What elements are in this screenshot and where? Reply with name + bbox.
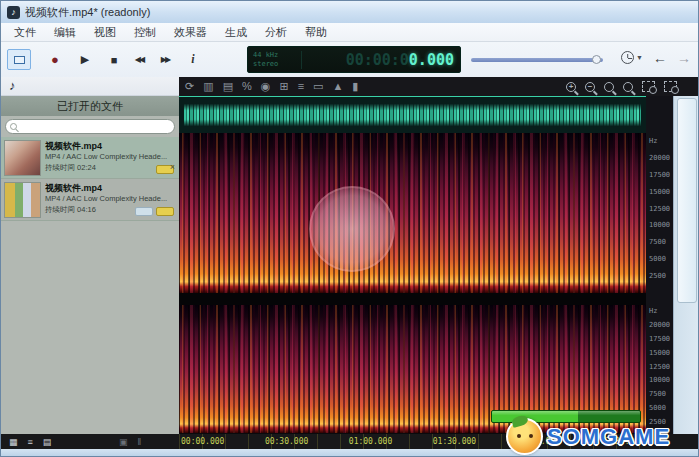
zoom-fit-icon[interactable] — [604, 82, 614, 92]
frequency-label: 10000 — [649, 222, 670, 229]
frequency-label: 10000 — [649, 377, 670, 384]
navigate-back-button[interactable]: ← — [653, 50, 667, 66]
selection-tool-button[interactable] — [7, 49, 31, 70]
status-icon[interactable]: ▣ — [119, 437, 128, 447]
menu-item[interactable]: 分析 — [256, 23, 296, 42]
editor-main-area: Hz2000017500150001250010000750050002500 … — [179, 96, 699, 434]
sample-rate: 44 kHz — [253, 51, 301, 60]
menu-item[interactable]: 编辑 — [45, 23, 85, 42]
spec-toolbar-icon[interactable]: ⟳ — [185, 81, 194, 92]
tag-badge — [156, 207, 174, 216]
search-icon — [10, 123, 17, 130]
frequency-label: 5000 — [649, 405, 670, 412]
file-list-item[interactable]: 视频软件.mp4 MP4 / AAC Low Complexity Heade.… — [1, 179, 179, 221]
forward-button[interactable]: ▶▶ — [153, 49, 177, 70]
navigate-forward-button[interactable]: → — [677, 50, 691, 66]
frequency-axis: Hz2000017500150001250010000750050002500 … — [646, 96, 673, 434]
file-list-item[interactable]: 视频软件.mp4 MP4 / AAC Low Complexity Heade.… — [1, 137, 179, 179]
spec-toolbar-icon[interactable]: ◉ — [261, 81, 271, 92]
file-sidebar: 已打开的文件 视频软件.mp4 MP4 / AAC Low Complexity… — [1, 96, 179, 434]
search-input[interactable] — [17, 122, 174, 132]
menu-item[interactable]: 生成 — [216, 23, 256, 42]
time-display-lcd: 44 kHz stereo 00:00:00.000 — [247, 46, 461, 73]
frequency-label: 17500 — [649, 336, 670, 343]
sidebar-top-strip: ♪ — [1, 77, 179, 96]
menu-item[interactable]: 控制 — [125, 23, 165, 42]
file-title: 视频软件.mp4 — [45, 182, 175, 194]
menu-item[interactable]: 帮助 — [296, 23, 336, 42]
spec-toolbar-icon[interactable]: ≡ — [298, 81, 304, 92]
volume-slider[interactable] — [471, 58, 603, 62]
zoom-selection-vertical-icon[interactable] — [664, 81, 677, 92]
zoom-out-icon[interactable]: − — [585, 82, 595, 92]
spec-toolbar-icon[interactable]: ▮ — [352, 81, 358, 92]
time-label: 00:00.000 — [181, 437, 224, 446]
spectrogram-toolbar: ⟳▥▤%◉⊞≡▭▲▮ + − — [179, 77, 699, 96]
spec-toolbar-icon[interactable]: ▤ — [223, 81, 233, 92]
frequency-label: 2500 — [649, 273, 670, 280]
file-format: MP4 / AAC Low Complexity Heade... — [45, 194, 175, 204]
window-title: 视频软件.mp4* (readonly) — [25, 5, 150, 20]
rewind-button[interactable]: ◀◀ — [127, 49, 151, 70]
spec-toolbar-icon[interactable]: % — [242, 81, 252, 92]
spectrogram-channel-1[interactable] — [179, 133, 646, 293]
file-badges — [132, 207, 174, 216]
watermark-text: SOMGAME — [547, 424, 670, 450]
search-box[interactable] — [5, 119, 175, 134]
spec-toolbar-icon[interactable]: ▥ — [203, 81, 213, 92]
menu-item[interactable]: 文件 — [5, 23, 45, 42]
status-icon[interactable]: ▦ — [9, 437, 18, 447]
time-format-button[interactable]: ▼ — [621, 51, 643, 64]
chevron-down-icon: ▼ — [636, 54, 643, 61]
frequency-label: Hz — [649, 138, 670, 145]
zoom-in-icon[interactable]: + — [566, 82, 576, 92]
frequency-label: 7500 — [649, 391, 670, 398]
app-window: ♪ 视频软件.mp4* (readonly) 文件编辑视图控制效果器生成分析帮助… — [0, 0, 699, 457]
time-label: 01:00.000 — [349, 437, 392, 446]
spec-toolbar-icon[interactable]: ▲ — [332, 81, 343, 92]
close-file-icon[interactable]: × — [170, 163, 175, 172]
status-icons-right: ▣‖ — [119, 434, 151, 449]
channel-divider — [179, 293, 646, 305]
tag-badge — [135, 207, 153, 216]
frequency-label: 20000 — [649, 155, 670, 162]
status-icon[interactable]: ≡ — [28, 437, 33, 447]
zoom-tools: + − — [566, 81, 686, 92]
center-watermark — [309, 186, 395, 272]
status-icon[interactable]: ▤ — [43, 437, 52, 447]
volume-slider-handle[interactable] — [592, 55, 601, 64]
time-label: 01:30.000 — [433, 437, 476, 446]
menu-item[interactable]: 视图 — [85, 23, 125, 42]
file-thumbnail — [4, 182, 41, 218]
file-title: 视频软件.mp4 — [45, 140, 175, 152]
sidebar-header: 已打开的文件 — [1, 96, 179, 116]
title-bar[interactable]: ♪ 视频软件.mp4* (readonly) — [1, 1, 699, 23]
status-icon[interactable]: ‖ — [138, 437, 142, 447]
frequency-label: 15000 — [649, 189, 670, 196]
stop-button[interactable]: ■ — [102, 49, 126, 70]
transport-toolbar: ● ▶ ■ ◀◀ ▶▶ i 44 kHz stereo 00:00:00.000 — [1, 42, 699, 77]
zoom-selection-icon[interactable] — [642, 81, 655, 92]
record-button[interactable]: ● — [43, 49, 67, 70]
frequency-scale-ch1: Hz2000017500150001250010000750050002500 — [649, 138, 670, 280]
channel-mode: stereo — [253, 60, 301, 69]
overview-navigator[interactable] — [179, 96, 646, 133]
info-button[interactable]: i — [181, 49, 205, 70]
play-button[interactable]: ▶ — [73, 49, 97, 70]
menu-item[interactable]: 效果器 — [165, 23, 216, 42]
stop-icon: ■ — [111, 54, 118, 66]
frequency-scale-ch2: Hz2000017500150001250010000750050002500 — [649, 308, 670, 426]
spec-toolbar-icon[interactable]: ▭ — [313, 81, 323, 92]
lcd-format-info: 44 kHz stereo — [248, 51, 302, 69]
lcd-time: 00:00:00.000 — [302, 51, 460, 69]
vertical-scrollbar[interactable] — [673, 96, 699, 434]
frequency-label: 7500 — [649, 239, 670, 246]
zoom-full-icon[interactable] — [623, 82, 633, 92]
selection-rect-icon — [14, 56, 25, 64]
frequency-label: 5000 — [649, 256, 670, 263]
frequency-label: 15000 — [649, 350, 670, 357]
spec-toolbar-icon[interactable]: ⊞ — [279, 81, 288, 92]
file-thumbnail — [4, 140, 41, 176]
scrollbar-thumb[interactable] — [677, 98, 697, 303]
play-icon: ▶ — [81, 53, 89, 66]
